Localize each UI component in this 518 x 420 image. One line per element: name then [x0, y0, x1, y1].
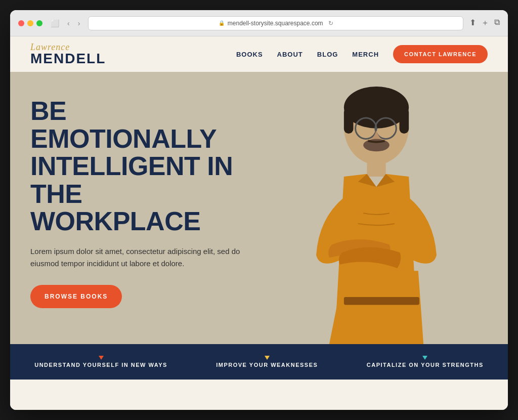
minimize-button[interactable]: [27, 20, 33, 26]
hero-headline-line1: BE EMOTIONALLY: [30, 96, 217, 153]
svg-point-1: [344, 87, 409, 129]
svg-rect-9: [367, 161, 385, 177]
bottom-banner: UNDERSTAND YOURSELF IN NEW WAYS IMPROVE …: [10, 344, 508, 380]
hero-subtext: Lorem ipsum dolor sit amet, consectetur …: [30, 245, 253, 270]
banner-item-2: IMPROVE YOUR WEAKNESSES: [216, 356, 318, 368]
person-svg: [245, 72, 508, 344]
hero-person-image: [245, 72, 508, 344]
svg-rect-3: [400, 107, 409, 134]
new-tab-icon[interactable]: ＋: [481, 18, 489, 28]
hero-content: BE EMOTIONALLY INTELLIGENT IN THE WORKPL…: [10, 72, 273, 328]
hero-section: BE EMOTIONALLY INTELLIGENT IN THE WORKPL…: [10, 72, 508, 344]
close-button[interactable]: [18, 20, 24, 26]
logo-bold: MENDELL: [30, 52, 106, 66]
below-section: [10, 380, 508, 410]
svg-point-8: [363, 139, 390, 151]
back-arrow[interactable]: ‹: [65, 18, 72, 28]
banner-dot-orange: [99, 356, 104, 360]
hero-headline-line2: INTELLIGENT IN: [30, 151, 233, 181]
lock-icon: 🔒: [219, 20, 225, 26]
browser-navigation: ⬜ ‹ ›: [49, 18, 82, 28]
nav-links: BOOKS ABOUT BLOG MERCH CONTACT LAWRENCE: [236, 45, 488, 63]
banner-text-1: UNDERSTAND YOURSELF IN NEW WAYS: [34, 362, 167, 368]
banner-item-3: CAPITALIZE ON YOUR STRENGTHS: [367, 356, 484, 368]
share-icon[interactable]: ⬆: [469, 18, 476, 28]
nav-blog[interactable]: BLOG: [317, 51, 338, 58]
banner-dot-yellow: [265, 356, 270, 360]
reload-icon[interactable]: ↻: [328, 20, 333, 27]
nav-about[interactable]: ABOUT: [277, 51, 303, 58]
logo[interactable]: Lawrence MENDELL: [30, 43, 106, 66]
website: Lawrence MENDELL BOOKS ABOUT BLOG MERCH …: [10, 36, 508, 410]
hero-headline-line3: THE WORKPLACE: [30, 179, 200, 236]
traffic-lights: [18, 20, 42, 26]
hero-headline: BE EMOTIONALLY INTELLIGENT IN THE WORKPL…: [30, 97, 253, 235]
back-button[interactable]: ⬜: [49, 18, 61, 28]
maximize-button[interactable]: [36, 20, 42, 26]
tabs-icon[interactable]: ⧉: [494, 18, 500, 28]
nav-merch[interactable]: MERCH: [352, 51, 379, 58]
address-bar[interactable]: 🔒 mendell-storysite.squarespace.com ↻: [88, 16, 463, 30]
browser-actions: ⬆ ＋ ⧉: [469, 18, 500, 28]
svg-rect-2: [344, 107, 354, 134]
banner-dot-teal: [422, 356, 427, 360]
forward-arrow[interactable]: ›: [76, 18, 82, 28]
nav-books[interactable]: BOOKS: [236, 51, 263, 58]
svg-rect-12: [344, 297, 419, 305]
contact-lawrence-button[interactable]: CONTACT LAWRENCE: [393, 45, 488, 63]
banner-text-3: CAPITALIZE ON YOUR STRENGTHS: [367, 362, 484, 368]
browser-window: ⬜ ‹ › 🔒 mendell-storysite.squarespace.co…: [10, 10, 508, 410]
browse-books-button[interactable]: BROWSE BOOKS: [30, 285, 122, 308]
navbar: Lawrence MENDELL BOOKS ABOUT BLOG MERCH …: [10, 36, 508, 72]
banner-text-2: IMPROVE YOUR WEAKNESSES: [216, 362, 318, 368]
url-text: mendell-storysite.squarespace.com: [228, 20, 323, 27]
banner-item-1: UNDERSTAND YOURSELF IN NEW WAYS: [34, 356, 167, 368]
browser-chrome: ⬜ ‹ › 🔒 mendell-storysite.squarespace.co…: [10, 10, 508, 36]
